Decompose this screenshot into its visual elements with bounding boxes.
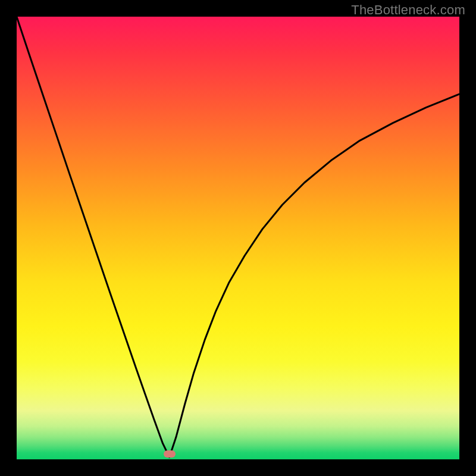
optimum-marker: [164, 450, 176, 458]
plot-area: [17, 17, 459, 459]
watermark-text: TheBottleneck.com: [351, 2, 465, 18]
curve-layer: [17, 17, 459, 459]
chart-frame: TheBottleneck.com: [0, 0, 476, 476]
bottleneck-curve: [17, 17, 459, 457]
